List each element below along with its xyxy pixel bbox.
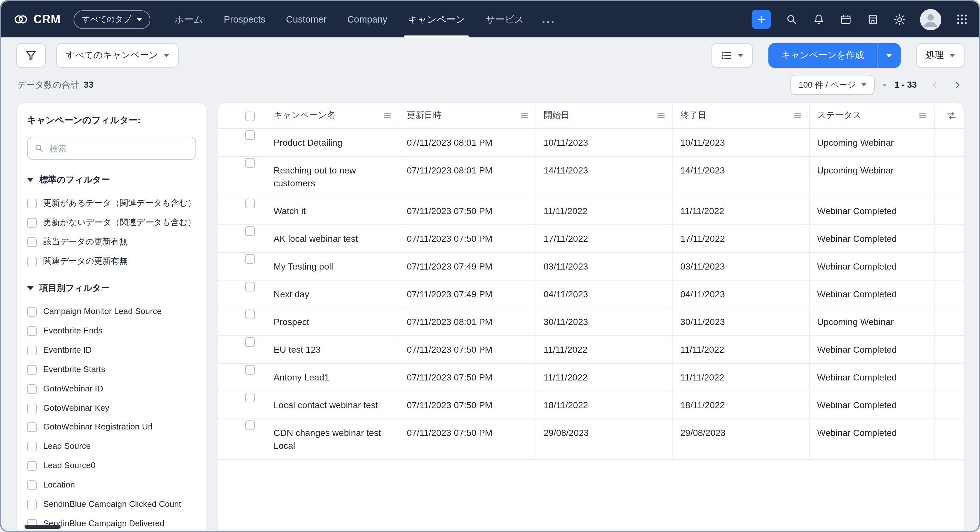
filter-button[interactable] [16, 43, 46, 68]
filter-item[interactable]: GotoWebinar Key [27, 399, 196, 418]
scrollbar-thumb[interactable] [24, 525, 60, 529]
view-selector-dropdown[interactable]: すべてのキャンペーン [56, 43, 179, 68]
column-menu-icon[interactable] [656, 111, 665, 121]
col-header-status[interactable]: ステータス [809, 103, 934, 128]
table-row[interactable]: Watch it 07/11/2023 07:50 PM 11/11/2022 … [218, 197, 964, 224]
filter-item[interactable]: 更新があるデータ（関連データも含む） [27, 194, 196, 213]
campaign-name-link[interactable]: Reaching out to new customers [274, 165, 356, 188]
per-page-dropdown[interactable]: 100 件 / ページ [790, 75, 875, 95]
campaign-name-link[interactable]: EU test 123 [274, 344, 321, 354]
quick-create-button[interactable] [752, 10, 771, 29]
create-campaign-button[interactable]: キャンペーンを作成 [768, 43, 877, 68]
filter-checkbox[interactable] [27, 423, 37, 432]
col-header-start-date[interactable]: 開始日 [536, 103, 672, 128]
campaign-name-link[interactable]: AK local webinar test [274, 233, 358, 243]
campaign-name-link[interactable]: Prospect [274, 316, 309, 327]
filter-checkbox[interactable] [27, 346, 37, 355]
nav-more-button[interactable]: ... [534, 13, 563, 26]
row-checkbox[interactable] [245, 337, 255, 346]
filter-item[interactable]: Campaign Monitor Lead Source [27, 303, 196, 322]
table-row[interactable]: My Testing poll 07/11/2023 07:49 PM 03/1… [218, 252, 964, 280]
table-row[interactable]: Local contact webinar test 07/11/2023 07… [218, 391, 964, 419]
nav-tab-campaigns[interactable]: キャンペーン [398, 1, 476, 37]
filter-checkbox[interactable] [27, 326, 37, 336]
campaign-name-link[interactable]: CDN changes webinar test Local [274, 427, 381, 450]
table-row[interactable]: Product Detailing 07/11/2023 08:01 PM 10… [218, 128, 964, 156]
filter-checkbox[interactable] [27, 403, 37, 413]
table-row[interactable]: Prospect 07/11/2023 08:01 PM 30/11/2023 … [218, 308, 964, 335]
filter-checkbox[interactable] [27, 480, 37, 490]
list-view-dropdown[interactable] [711, 43, 753, 68]
store-icon[interactable] [866, 13, 879, 26]
table-row[interactable]: CDN changes webinar test Local 07/11/202… [218, 419, 964, 459]
row-checkbox[interactable] [245, 309, 255, 319]
campaign-name-link[interactable]: Product Detailing [274, 137, 342, 147]
filter-item[interactable]: GotoWebinar Registration Url [27, 418, 196, 438]
row-checkbox[interactable] [245, 365, 255, 374]
filter-checkbox[interactable] [27, 384, 37, 394]
row-checkbox[interactable] [245, 198, 255, 208]
table-row[interactable]: EU test 123 07/11/2023 07:50 PM 11/11/20… [218, 335, 964, 363]
nav-tab-customer[interactable]: Customer [276, 1, 337, 37]
create-campaign-caret[interactable] [877, 43, 900, 68]
campaign-name-link[interactable]: Watch it [274, 205, 306, 216]
campaign-name-link[interactable]: Next day [274, 289, 309, 299]
filter-item[interactable]: 関連データの更新有無 [27, 252, 196, 271]
calendar-icon[interactable] [839, 13, 852, 26]
user-avatar[interactable] [920, 9, 941, 30]
col-header-end-date[interactable]: 終了日 [672, 103, 809, 128]
filter-checkbox[interactable] [27, 365, 37, 375]
col-header-updated[interactable]: 更新日時 [399, 103, 536, 128]
prev-page-button[interactable] [928, 78, 942, 92]
actions-dropdown[interactable]: 処理 [916, 43, 964, 68]
row-checkbox[interactable] [245, 158, 255, 167]
filter-item[interactable]: Eventbrite Ends [27, 322, 196, 341]
row-checkbox[interactable] [245, 130, 255, 140]
filter-item[interactable]: 該当データの更新有無 [27, 232, 196, 252]
column-menu-icon[interactable] [792, 111, 802, 121]
brand-logo-icon[interactable] [13, 12, 29, 27]
filter-item[interactable]: Lead Source [27, 438, 196, 457]
nav-tab-prospects[interactable]: Prospects [213, 1, 276, 37]
campaign-name-link[interactable]: Local contact webinar test [274, 400, 378, 410]
filter-item[interactable]: Eventbrite ID [27, 341, 196, 360]
search-icon[interactable] [784, 13, 798, 26]
campaign-name-link[interactable]: Antony Lead1 [274, 372, 329, 382]
row-checkbox[interactable] [245, 254, 255, 264]
select-all-checkbox[interactable] [245, 111, 255, 121]
column-menu-icon[interactable] [382, 111, 392, 121]
column-menu-icon[interactable] [519, 111, 529, 121]
filter-checkbox[interactable] [27, 256, 37, 266]
filter-checkbox[interactable] [27, 218, 37, 228]
filter-item[interactable]: 更新がないデータ（関連データも含む） [27, 213, 196, 233]
campaign-name-link[interactable]: My Testing poll [274, 261, 333, 271]
filter-checkbox[interactable] [27, 307, 37, 317]
col-header-campaign-name[interactable]: キャンペーン名 [266, 103, 399, 128]
column-customize-icon[interactable] [946, 110, 957, 121]
standard-filter-section-toggle[interactable]: 標準のフィルター [27, 174, 196, 186]
row-checkbox[interactable] [245, 392, 255, 402]
gear-icon[interactable] [893, 13, 907, 26]
filter-checkbox[interactable] [27, 237, 37, 247]
row-checkbox[interactable] [245, 281, 255, 291]
table-row[interactable]: Antony Lead1 07/11/2023 07:50 PM 11/11/2… [218, 363, 964, 391]
next-page-button[interactable] [950, 78, 964, 92]
column-menu-icon[interactable] [918, 111, 928, 121]
nav-tab-home[interactable]: ホーム [164, 1, 213, 37]
row-checkbox[interactable] [245, 420, 255, 430]
field-filter-section-toggle[interactable]: 項目別フィルター [27, 283, 196, 294]
all-tabs-dropdown[interactable]: すべてのタブ [73, 10, 150, 29]
filter-item[interactable]: Lead Source0 [27, 457, 196, 476]
filter-checkbox[interactable] [27, 500, 37, 510]
apps-grid-icon[interactable] [955, 13, 968, 26]
filter-checkbox[interactable] [27, 442, 37, 452]
filter-checkbox[interactable] [27, 199, 37, 208]
filter-item[interactable]: SendinBlue Campaign Clicked Count [27, 495, 196, 515]
filter-checkbox[interactable] [27, 461, 37, 471]
filter-item[interactable]: Eventbrite Starts [27, 360, 196, 380]
filter-search-input[interactable] [27, 137, 196, 160]
table-row[interactable]: AK local webinar test 07/11/2023 07:50 P… [218, 224, 964, 252]
nav-tab-company[interactable]: Company [337, 1, 398, 37]
table-row[interactable]: Next day 07/11/2023 07:49 PM 04/11/2023 … [218, 280, 964, 308]
table-row[interactable]: Reaching out to new customers 07/11/2023… [218, 156, 964, 197]
